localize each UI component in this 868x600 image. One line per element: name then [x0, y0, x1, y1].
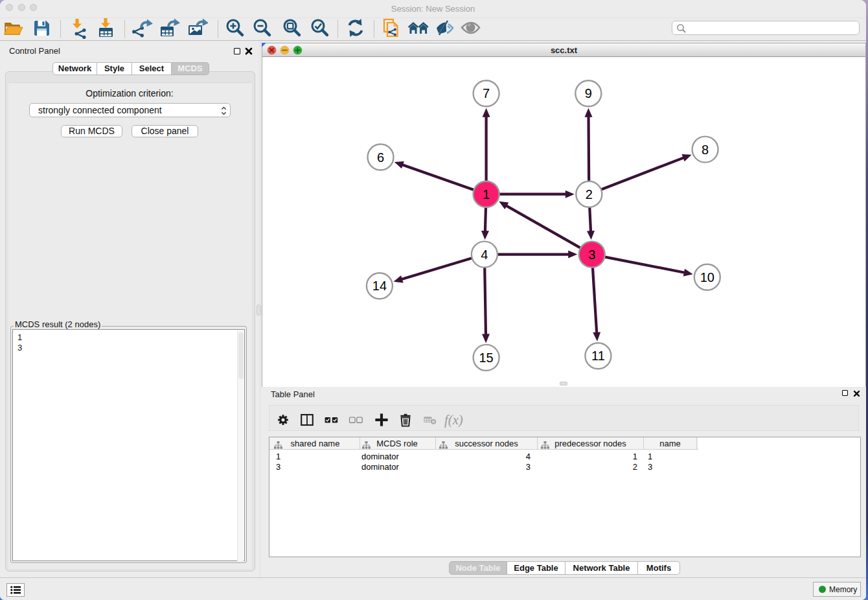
svg-text:8: 8 — [702, 143, 709, 157]
svg-text:15: 15 — [479, 351, 493, 365]
svg-text:14: 14 — [372, 279, 387, 293]
svg-text:4: 4 — [481, 248, 488, 262]
svg-text:f(x): f(x) — [444, 413, 463, 428]
svg-text:6: 6 — [377, 150, 384, 165]
svg-text:9: 9 — [585, 86, 592, 100]
svg-text:11: 11 — [591, 349, 605, 363]
svg-text:1: 1 — [483, 187, 490, 202]
svg-text:7: 7 — [483, 86, 490, 100]
svg-text:3: 3 — [588, 248, 595, 262]
svg-text:2: 2 — [586, 187, 593, 202]
svg-text:10: 10 — [700, 270, 714, 284]
